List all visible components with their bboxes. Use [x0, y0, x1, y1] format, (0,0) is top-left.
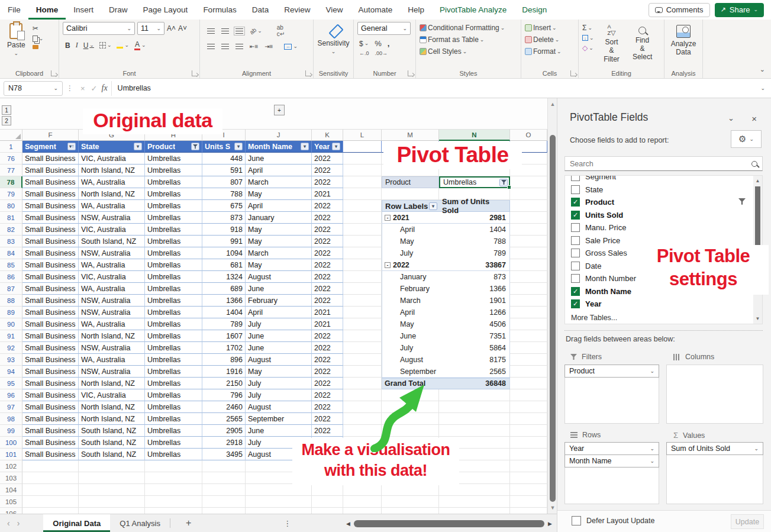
empty-cell[interactable]: [343, 295, 382, 307]
values-area-box[interactable]: Sum of Units Sold⌄: [666, 442, 763, 504]
empty-cell[interactable]: [145, 460, 202, 472]
cell-state[interactable]: WA, Australia: [79, 283, 145, 295]
filters-area-box[interactable]: Product⌄: [564, 365, 659, 424]
empty-cell[interactable]: [312, 484, 343, 496]
empty-cell[interactable]: [510, 236, 547, 247]
cell-year[interactable]: 2022: [312, 259, 343, 271]
add-sheet-button[interactable]: +: [170, 518, 207, 528]
cell-state[interactable]: North Island, NZ: [79, 330, 145, 342]
column-header-O[interactable]: O: [510, 129, 547, 141]
empty-cell[interactable]: [510, 460, 547, 472]
table-header-units-s[interactable]: Units S▾: [202, 141, 246, 153]
sheet-nav-right-icon[interactable]: ›: [17, 518, 27, 528]
row-number[interactable]: 89: [0, 307, 22, 318]
ribbon-tab-insert[interactable]: Insert: [66, 0, 101, 20]
empty-cell[interactable]: [439, 425, 510, 437]
cell-product[interactable]: Umbrellas: [145, 295, 202, 307]
ribbon-tab-formulas[interactable]: Formulas: [195, 0, 244, 20]
empty-cell[interactable]: [510, 200, 547, 212]
row-number[interactable]: 101: [0, 449, 22, 460]
cell-month-name[interactable]: April: [246, 200, 312, 212]
cell-segment[interactable]: Small Business: [22, 271, 79, 283]
empty-cell[interactable]: [510, 330, 547, 342]
ribbon-tab-automate[interactable]: Automate: [350, 0, 400, 20]
cell-product[interactable]: Umbrellas: [145, 449, 202, 460]
cell-state[interactable]: VIC, Australia: [79, 224, 145, 236]
row-number[interactable]: 81: [0, 212, 22, 224]
number-dialog-launcher[interactable]: [408, 70, 414, 76]
align-center-icon[interactable]: [221, 44, 229, 49]
empty-cell[interactable]: [510, 283, 547, 295]
pivot-row-label[interactable]: -2021: [382, 212, 439, 223]
pivot-row-value[interactable]: 1404: [439, 224, 509, 236]
empty-cell[interactable]: [343, 366, 382, 378]
row-number[interactable]: 84: [0, 247, 22, 259]
pivot-row-label[interactable]: April: [382, 307, 439, 318]
sheet-nav-left-icon[interactable]: ‹: [0, 518, 17, 528]
field-list-scroll-down-icon[interactable]: ▼: [753, 314, 762, 323]
empty-cell[interactable]: [510, 318, 547, 330]
pivot-row-label[interactable]: January: [382, 271, 439, 283]
vertical-scrollbar-thumb[interactable]: [550, 135, 556, 502]
comments-button[interactable]: Comments: [649, 3, 710, 17]
column-header-F[interactable]: F: [22, 129, 79, 141]
empty-cell[interactable]: [510, 354, 547, 366]
decrease-decimal-button[interactable]: .00→: [375, 50, 388, 56]
pivot-row-value[interactable]: 789: [439, 247, 509, 259]
empty-cell[interactable]: [439, 508, 510, 514]
filter-dropdown-icon[interactable]: ▾: [301, 143, 309, 150]
row-number[interactable]: 76: [0, 153, 22, 165]
empty-cell[interactable]: [145, 472, 202, 484]
empty-cell[interactable]: [343, 330, 382, 342]
field-item-manu-price[interactable]: Manu. Price: [565, 221, 762, 234]
cell-units-sold[interactable]: 448: [202, 153, 246, 165]
row-number[interactable]: 93: [0, 354, 22, 366]
sensitivity-button[interactable]: Sensitivity ⌄: [317, 24, 350, 56]
cell-year[interactable]: 2022: [312, 389, 343, 401]
cell-month-name[interactable]: September: [246, 413, 312, 425]
empty-cell[interactable]: [510, 366, 547, 378]
cell-month-name[interactable]: August: [246, 271, 312, 283]
cell-year[interactable]: 2022: [312, 247, 343, 259]
cell-product[interactable]: Umbrellas: [145, 318, 202, 330]
increase-decimal-button[interactable]: ←.0: [359, 50, 369, 56]
empty-cell[interactable]: [510, 472, 547, 484]
empty-cell[interactable]: [510, 437, 547, 449]
cell-segment[interactable]: Small Business: [22, 247, 79, 259]
delete-cells-button[interactable]: Delete⌄: [525, 36, 575, 44]
table-header-year[interactable]: Year▾: [312, 141, 343, 153]
font-dialog-launcher[interactable]: [192, 70, 198, 76]
field-checkbox[interactable]: ✓: [571, 287, 580, 296]
cell-month-name[interactable]: June: [246, 342, 312, 354]
field-checkbox[interactable]: [571, 185, 580, 194]
panel-close-icon[interactable]: ×: [751, 114, 757, 124]
decrease-indent-button[interactable]: ⇤≡: [250, 43, 258, 50]
cell-product[interactable]: Umbrellas: [145, 165, 202, 176]
more-tables-link[interactable]: More Tables...: [571, 314, 617, 322]
fill-button[interactable]: ↓⌄: [582, 35, 594, 41]
share-button[interactable]: ↗ Share ⌄: [715, 3, 764, 17]
empty-cell[interactable]: [382, 496, 439, 508]
cell-segment[interactable]: Small Business: [22, 200, 79, 212]
pivot-row-value[interactable]: 1266: [439, 307, 509, 318]
column-header-L[interactable]: L: [343, 129, 382, 141]
formula-bar-handle[interactable]: ⋮: [66, 84, 74, 92]
row-number[interactable]: 96: [0, 389, 22, 401]
pivot-row-value[interactable]: 873: [439, 271, 509, 283]
cell-state[interactable]: North Island, NZ: [79, 413, 145, 425]
cell-units-sold[interactable]: 788: [202, 188, 246, 200]
cell-state[interactable]: NSW, Australia: [79, 247, 145, 259]
defer-layout-update[interactable]: Defer Layout Update: [572, 516, 654, 525]
empty-cell[interactable]: [343, 484, 382, 496]
empty-cell[interactable]: [343, 176, 382, 188]
pivot-row-value[interactable]: 7351: [439, 330, 509, 342]
cell-month-name[interactable]: August: [246, 401, 312, 413]
cell-year[interactable]: 2021: [312, 188, 343, 200]
field-list-scrollbar-thumb[interactable]: [755, 186, 760, 253]
cell-units-sold[interactable]: 918: [202, 224, 246, 236]
align-bottom-icon[interactable]: [236, 28, 243, 34]
cell-month-name[interactable]: May: [246, 224, 312, 236]
ribbon-tab-help[interactable]: Help: [400, 0, 432, 20]
pivot-row-value[interactable]: 4506: [439, 318, 509, 330]
empty-cell[interactable]: [22, 496, 79, 508]
